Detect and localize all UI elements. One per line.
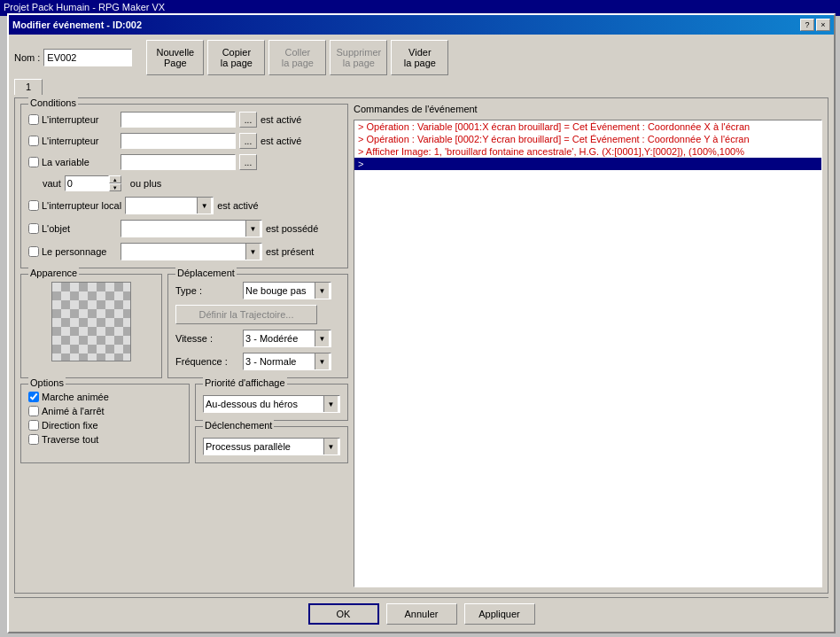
declenchement-group: Déclenchement Processus parallèle ▼ bbox=[195, 426, 348, 463]
spinbox-up-btn[interactable]: ▲ bbox=[109, 175, 121, 183]
interrupteur2-checkbox[interactable] bbox=[28, 136, 39, 146]
appliquer-button[interactable]: Appliquer bbox=[464, 603, 535, 625]
right-options: Priorité d'affichage Au-dessous du héros… bbox=[195, 384, 348, 463]
variable-checkbox[interactable] bbox=[28, 157, 39, 167]
section-lower: Apparence Déplacement Type : Ne bouge pa… bbox=[20, 274, 348, 378]
content-area: Conditions L'interrupteur ... est activé bbox=[14, 97, 828, 594]
frequence-label: Fréquence : bbox=[175, 356, 237, 367]
traj-btn[interactable]: Définir la Trajectoire... bbox=[175, 305, 317, 324]
vaut-input[interactable] bbox=[65, 175, 109, 191]
apparence-label: Apparence bbox=[28, 268, 79, 278]
condition-row-4: L'interrupteur local ▼ est activé bbox=[28, 197, 340, 214]
interrupteur2-input[interactable] bbox=[121, 133, 236, 149]
help-button[interactable]: ? bbox=[800, 19, 814, 31]
close-button[interactable]: × bbox=[816, 19, 830, 31]
interrupteur-local-label: L'interrupteur local bbox=[42, 200, 121, 211]
priorite-value: Au-dessous du héros bbox=[206, 399, 298, 409]
interrupteur1-input[interactable] bbox=[121, 112, 236, 128]
ok-button[interactable]: OK bbox=[308, 603, 379, 625]
options-label: Options bbox=[28, 377, 66, 388]
interrupteur2-checkbox-label: L'interrupteur bbox=[28, 136, 117, 146]
declenchement-dropdown[interactable]: Processus parallèle ▼ bbox=[203, 438, 340, 455]
vitesse-dropdown[interactable]: 3 - Modérée ▼ bbox=[243, 330, 331, 347]
marche-animee-checkbox[interactable] bbox=[28, 392, 39, 402]
vider-page-btn[interactable]: Viderla page bbox=[391, 40, 448, 75]
interrupteur1-checkbox[interactable] bbox=[28, 114, 39, 125]
vaut-row: vaut ▲ ▼ ou plus bbox=[28, 175, 340, 191]
declenchement-arrow: ▼ bbox=[323, 439, 338, 454]
interrupteur1-checkbox-label: L'interrupteur bbox=[28, 114, 117, 125]
options-content: Marche animée Animé à l'arrêt Direction … bbox=[28, 392, 182, 445]
dialog-body: Nom : NouvellePage Copierla page Collerl… bbox=[9, 35, 834, 632]
objet-dropdown[interactable]: ▼ bbox=[121, 220, 262, 237]
interrupteur1-label: L'interrupteur bbox=[42, 114, 98, 125]
personnage-dropdown[interactable]: ▼ bbox=[121, 243, 262, 260]
priorite-label: Priorité d'affichage bbox=[203, 377, 287, 388]
sprite-preview[interactable] bbox=[51, 282, 131, 361]
app-title: Projet Pack Humain - RPG Maker VX bbox=[4, 2, 165, 12]
priorite-group: Priorité d'affichage Au-dessous du héros… bbox=[195, 384, 348, 421]
condition-row-1: L'interrupteur ... est activé bbox=[28, 112, 340, 128]
direction-fixe-checkbox[interactable] bbox=[28, 420, 39, 431]
personnage-label: Le personnage bbox=[42, 246, 106, 257]
spinbox-down-btn[interactable]: ▼ bbox=[109, 183, 121, 191]
commands-area[interactable]: > Opération : Variable [0001:X écran bro… bbox=[354, 120, 822, 587]
declenchement-label: Déclenchement bbox=[203, 420, 274, 431]
objet-label: L'objet bbox=[42, 223, 70, 234]
conditions-group: Conditions L'interrupteur ... est activé bbox=[20, 104, 348, 268]
condition-row-6: Le personnage ▼ est présent bbox=[28, 243, 340, 260]
vaut-spinbox: ▲ ▼ bbox=[65, 175, 127, 191]
marche-animee-label: Marche animée bbox=[28, 392, 182, 402]
supprimer-page-btn[interactable]: Supprimerla page bbox=[330, 40, 387, 75]
variable-label: La variable bbox=[42, 157, 89, 167]
personnage-text: est présent bbox=[266, 246, 314, 257]
main-dialog: Modifier événement - ID:002 ? × Nom : No… bbox=[7, 13, 836, 633]
left-panel: Conditions L'interrupteur ... est activé bbox=[20, 104, 348, 587]
annuler-button[interactable]: Annuler bbox=[386, 603, 457, 625]
dialog-title: Modifier événement - ID:002 bbox=[12, 19, 142, 30]
objet-text: est possédé bbox=[266, 223, 318, 234]
interrupteur-local-arrow: ▼ bbox=[197, 198, 211, 214]
apparence-group: Apparence bbox=[20, 274, 162, 378]
type-value: Ne bouge pas bbox=[245, 285, 307, 296]
vitesse-arrow: ▼ bbox=[315, 330, 329, 346]
personnage-checkbox-label: Le personnage bbox=[28, 246, 117, 257]
interrupteur-local-dropdown[interactable]: ▼ bbox=[125, 197, 214, 214]
objet-arrow: ▼ bbox=[245, 221, 260, 237]
commands-group-label: Commandes de l'événement bbox=[354, 104, 822, 114]
type-row: Type : Ne bouge pas ▼ bbox=[175, 282, 340, 299]
nouvelle-page-btn[interactable]: NouvellePage bbox=[146, 40, 204, 75]
personnage-checkbox[interactable] bbox=[28, 246, 39, 257]
frequence-arrow: ▼ bbox=[315, 353, 329, 369]
direction-fixe-label: Direction fixe bbox=[28, 420, 182, 431]
variable-input[interactable] bbox=[121, 154, 236, 170]
name-input[interactable] bbox=[43, 49, 132, 66]
interrupteur-local-checkbox[interactable] bbox=[28, 200, 39, 211]
type-dropdown[interactable]: Ne bouge pas ▼ bbox=[243, 282, 331, 299]
command-line-1: > Opération : Variable [0001:X écran bro… bbox=[354, 120, 821, 133]
dialog-footer: OK Annuler Appliquer bbox=[14, 597, 828, 626]
traverse-tout-label: Traverse tout bbox=[28, 434, 182, 445]
priorite-dropdown[interactable]: Au-dessous du héros ▼ bbox=[203, 395, 340, 413]
toolbar-buttons: NouvellePage Copierla page Collerla page… bbox=[146, 40, 448, 75]
anime-arret-checkbox[interactable] bbox=[28, 406, 39, 416]
variable-browse-btn[interactable]: ... bbox=[239, 154, 257, 170]
interrupteur2-browse-btn[interactable]: ... bbox=[239, 133, 257, 149]
interrupteur-local-text: est activé bbox=[217, 200, 258, 211]
objet-checkbox[interactable] bbox=[28, 223, 39, 234]
copier-page-btn[interactable]: Copierla page bbox=[207, 40, 265, 75]
tab-1[interactable]: 1 bbox=[14, 79, 43, 95]
interrupteur1-browse-btn[interactable]: ... bbox=[239, 112, 257, 128]
vitesse-label: Vitesse : bbox=[175, 333, 237, 344]
vitesse-row: Vitesse : 3 - Modérée ▼ bbox=[175, 330, 340, 347]
ou-plus-label: ou plus bbox=[130, 178, 161, 189]
condition-row-3: La variable ... bbox=[28, 154, 340, 170]
bottom-left-section: Options Marche animée Animé à l'arrêt bbox=[20, 384, 348, 463]
traverse-tout-checkbox[interactable] bbox=[28, 434, 39, 445]
marche-animee-text: Marche animée bbox=[42, 392, 109, 402]
condition-row-5: L'objet ▼ est possédé bbox=[28, 220, 340, 237]
coller-page-btn[interactable]: Collerla page bbox=[268, 40, 326, 75]
frequence-dropdown[interactable]: 3 - Normale ▼ bbox=[243, 353, 331, 370]
options-group: Options Marche animée Animé à l'arrêt bbox=[20, 384, 190, 463]
type-arrow: ▼ bbox=[315, 283, 329, 299]
